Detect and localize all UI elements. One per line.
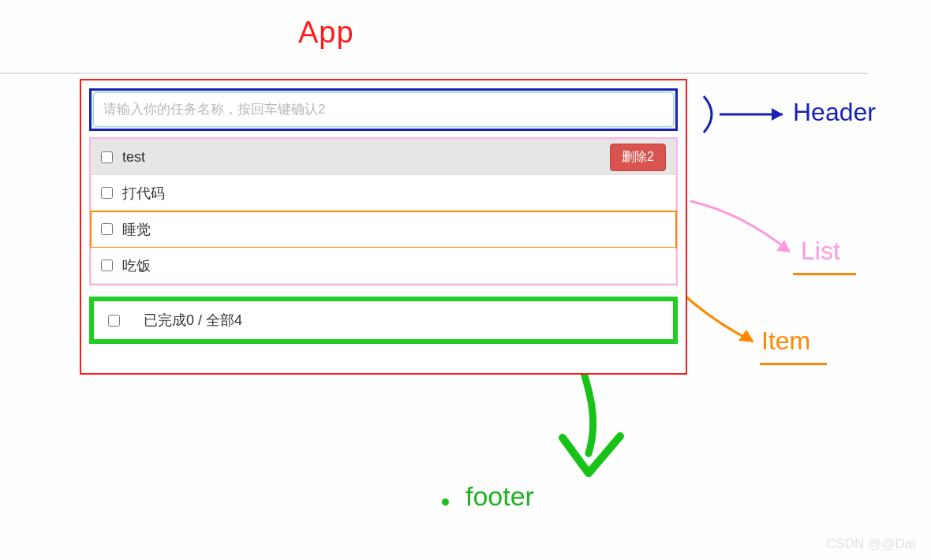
item-label: 打代码 [122,184,165,203]
list-item[interactable]: 打代码 [91,175,676,211]
item-checkbox[interactable] [101,187,113,199]
list-item[interactable]: 吃饭 [91,248,676,284]
page-divider [0,73,868,74]
annotation-header: Header [793,98,876,127]
footer-summary: 已完成0 / 全部4 [144,311,242,330]
item-checkbox[interactable] [101,151,113,163]
header-section [89,88,678,131]
annotation-list: List [801,237,840,266]
item-label: 睡觉 [122,220,151,239]
item-checkbox[interactable] [101,223,113,235]
footer-section: 已完成0 / 全部4 [89,297,678,344]
annotation-footer: footer [466,481,534,512]
item-label: 吃饭 [122,256,151,275]
select-all-checkbox[interactable] [108,315,120,327]
annotation-footer-dot [442,498,449,506]
list-section: test 删除2 打代码 睡觉 吃饭 [89,137,678,286]
watermark: CSDN @@Dai [826,536,915,552]
svg-marker-1 [772,108,783,121]
list-item[interactable]: test 删除2 [91,139,676,175]
task-input[interactable] [93,92,674,127]
app-container: test 删除2 打代码 睡觉 吃饭 已完成0 / 全部4 [80,79,687,375]
list-item[interactable]: 睡觉 [91,211,676,248]
annotation-item-underline [760,363,827,365]
annotation-app: App [298,16,354,50]
item-label: test [122,149,145,166]
annotation-list-underline [793,273,856,275]
svg-marker-2 [776,240,791,252]
svg-marker-3 [738,330,754,342]
delete-button[interactable]: 删除2 [610,144,666,171]
item-checkbox[interactable] [101,259,113,271]
annotation-item: Item [761,327,810,356]
